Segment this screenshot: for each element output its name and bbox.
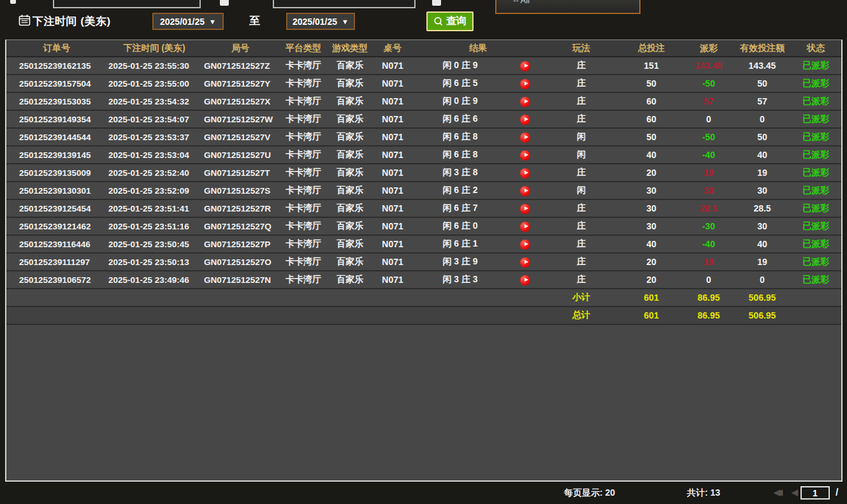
cell-round: GN0712512527R bbox=[201, 199, 279, 217]
date-to-select[interactable]: 2025/01/25 ▼ bbox=[286, 13, 355, 30]
cell-valid: 0 bbox=[734, 271, 790, 289]
cell-play: 闲 bbox=[543, 128, 619, 146]
replay-video-button[interactable] bbox=[507, 164, 543, 182]
record-count-value: 13 bbox=[711, 487, 721, 498]
filter-input-1[interactable] bbox=[53, 0, 201, 8]
cell-payout: -40 bbox=[683, 235, 734, 253]
search-icon bbox=[433, 17, 444, 27]
per-page-value: 20 bbox=[605, 487, 616, 498]
date-to-value: 2025/01/25 bbox=[293, 17, 337, 27]
replay-video-button[interactable] bbox=[507, 271, 543, 289]
subtotal-row-end bbox=[790, 289, 841, 306]
play-icon[interactable] bbox=[520, 79, 530, 89]
replay-video-button[interactable] bbox=[507, 128, 543, 146]
replay-video-button[interactable] bbox=[507, 110, 543, 128]
play-icon[interactable] bbox=[520, 275, 530, 285]
play-icon[interactable] bbox=[520, 257, 530, 268]
per-page-label: 每页显示: bbox=[564, 487, 603, 498]
bet-records-table: 订单号下注时间 (美东)局号平台类型游戏类型桌号结果玩法总投注派彩有效投注额状态… bbox=[6, 40, 841, 325]
cell-game: 百家乐 bbox=[328, 199, 372, 217]
cell-game: 百家乐 bbox=[328, 271, 372, 289]
cell-valid: 57 bbox=[734, 92, 790, 110]
replay-video-button[interactable] bbox=[507, 92, 543, 110]
replay-video-button[interactable] bbox=[507, 146, 543, 164]
cell-result: 闲 6 庄 0 bbox=[413, 217, 507, 235]
cell-table: N071 bbox=[372, 57, 413, 75]
page-input[interactable] bbox=[800, 486, 830, 500]
column-header: 局号 bbox=[201, 40, 279, 57]
cell-game: 百家乐 bbox=[328, 110, 372, 128]
cell-total: 50 bbox=[619, 75, 683, 92]
cell-payout: -50 bbox=[683, 75, 734, 92]
replay-video-button[interactable] bbox=[507, 253, 543, 271]
per-page-text: 每页显示: 20 bbox=[564, 487, 615, 499]
bet-time-label: 下注时间 (美东) bbox=[33, 14, 111, 29]
search-button-label: 查询 bbox=[446, 15, 467, 28]
cell-platform: 卡卡湾厅 bbox=[279, 164, 328, 182]
page-separator: / bbox=[836, 487, 838, 498]
cell-status: 已派彩 bbox=[790, 217, 841, 235]
replay-video-button[interactable] bbox=[507, 57, 543, 75]
play-icon[interactable] bbox=[520, 204, 530, 214]
replay-video-button[interactable] bbox=[507, 217, 543, 235]
cell-round: GN0712512527O bbox=[201, 253, 279, 271]
cell-status: 已派彩 bbox=[790, 128, 841, 146]
play-icon[interactable] bbox=[520, 168, 530, 178]
all-dropdown[interactable]: -- All bbox=[495, 0, 641, 14]
cell-game: 百家乐 bbox=[328, 235, 372, 253]
column-header: 游戏类型 bbox=[328, 40, 372, 57]
search-button[interactable]: 查询 bbox=[426, 11, 474, 31]
cell-status: 已派彩 bbox=[790, 253, 841, 271]
replay-video-button[interactable] bbox=[507, 199, 543, 217]
play-icon[interactable] bbox=[520, 133, 530, 143]
cell-platform: 卡卡湾厅 bbox=[279, 271, 328, 289]
replay-video-button[interactable] bbox=[507, 182, 543, 199]
cell-table: N071 bbox=[372, 199, 413, 217]
cell-result: 闲 3 庄 3 bbox=[413, 271, 507, 289]
play-icon[interactable] bbox=[520, 222, 530, 232]
cell-order: 250125239144544 bbox=[6, 128, 107, 146]
prev-page-button[interactable]: ◀ bbox=[792, 487, 798, 497]
filter-input-2[interactable] bbox=[273, 0, 416, 8]
cell-result: 闲 6 庄 8 bbox=[413, 128, 507, 146]
cell-table: N071 bbox=[372, 235, 413, 253]
table-row: 2501252391164462025-01-25 23:50:45GN0712… bbox=[6, 235, 841, 253]
cell-order: 250125239135009 bbox=[6, 164, 107, 182]
cell-total: 50 bbox=[619, 128, 683, 146]
replay-video-button[interactable] bbox=[507, 235, 543, 253]
play-icon[interactable] bbox=[520, 150, 530, 161]
table-row: 2501252391530352025-01-25 23:54:32GN0712… bbox=[6, 92, 841, 110]
cell-status: 已派彩 bbox=[790, 146, 841, 164]
cell-valid: 0 bbox=[734, 110, 790, 128]
cell-total: 40 bbox=[619, 146, 683, 164]
cell-time: 2025-01-25 23:54:32 bbox=[107, 92, 201, 110]
play-icon[interactable] bbox=[520, 186, 530, 196]
cell-order: 250125239106572 bbox=[6, 271, 107, 289]
record-count-label: 共计: bbox=[687, 487, 708, 498]
cell-time: 2025-01-25 23:50:13 bbox=[107, 253, 201, 271]
play-icon[interactable] bbox=[520, 97, 530, 107]
cell-round: GN0712512527W bbox=[201, 110, 279, 128]
table-header-row: 订单号下注时间 (美东)局号平台类型游戏类型桌号结果玩法总投注派彩有效投注额状态 bbox=[6, 40, 841, 57]
play-icon[interactable] bbox=[520, 240, 530, 250]
play-icon[interactable] bbox=[520, 115, 530, 125]
cell-play: 庄 bbox=[543, 57, 619, 75]
subtotal-row-label: 小计 bbox=[543, 289, 619, 306]
to-label: 至 bbox=[249, 13, 260, 28]
cell-valid: 143.45 bbox=[734, 57, 790, 75]
cell-order: 250125239139145 bbox=[6, 146, 107, 164]
play-icon[interactable] bbox=[520, 61, 530, 71]
cell-play: 庄 bbox=[543, 75, 619, 92]
cell-play: 闲 bbox=[543, 182, 619, 199]
table-row: 2501252391621352025-01-25 23:55:30GN0712… bbox=[6, 57, 841, 75]
cell-table: N071 bbox=[372, 92, 413, 110]
cell-table: N071 bbox=[372, 146, 413, 164]
first-page-button[interactable]: ◀◀ bbox=[774, 487, 779, 497]
cell-platform: 卡卡湾厅 bbox=[279, 217, 328, 235]
date-from-select[interactable]: 2025/01/25 ▼ bbox=[152, 13, 224, 30]
replay-video-button[interactable] bbox=[507, 75, 543, 92]
cell-status: 已派彩 bbox=[790, 271, 841, 289]
column-header: 总投注 bbox=[619, 40, 683, 57]
table-row: 2501252391214622025-01-25 23:51:16GN0712… bbox=[6, 217, 841, 235]
cell-platform: 卡卡湾厅 bbox=[279, 75, 328, 92]
